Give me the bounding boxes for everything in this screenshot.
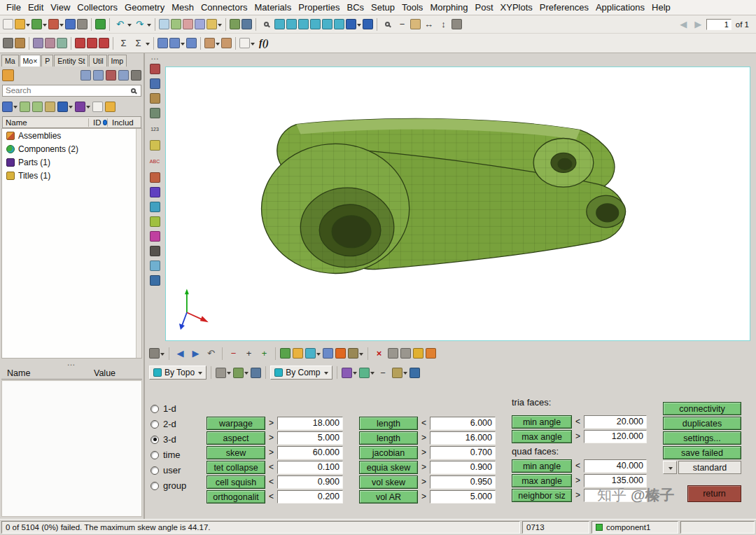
menu-item[interactable]: Preferences	[536, 0, 592, 15]
comparison-toggle[interactable]: >	[267, 446, 276, 459]
tree-item-assemblies[interactable]: Assemblies	[2, 129, 141, 142]
drag-handle-icon[interactable]: …	[150, 54, 159, 60]
comparison-toggle[interactable]: >	[573, 489, 582, 502]
panel-action-button[interactable]: save failed	[663, 446, 741, 459]
check-button[interactable]: tet collapse	[206, 461, 265, 474]
wireframe-sphere-icon[interactable]	[150, 108, 160, 118]
visualization-icon[interactable]	[150, 231, 160, 242]
comparison-toggle[interactable]: >	[267, 431, 276, 445]
chevron-down-icon[interactable]	[244, 372, 248, 377]
chevron-down-icon[interactable]	[69, 106, 73, 111]
comparison-toggle[interactable]: <	[573, 459, 582, 473]
display-mask-icon[interactable]	[150, 64, 160, 74]
print-icon[interactable]	[77, 19, 88, 29]
adjust-icon[interactable]: +	[242, 347, 255, 360]
quick-edit-icon[interactable]	[233, 368, 244, 378]
fit-horizontal-icon[interactable]: ↔	[422, 18, 435, 31]
shaded-solid-icon[interactable]	[346, 19, 356, 29]
contour-icon[interactable]	[150, 187, 160, 197]
unmask-icon[interactable]	[131, 70, 141, 81]
card-edit-icon[interactable]	[388, 348, 398, 359]
systems-entity-icon[interactable]	[335, 348, 346, 359]
filter-icon[interactable]	[2, 102, 13, 112]
chevron-down-icon[interactable]	[127, 24, 132, 29]
comparison-toggle[interactable]: <	[267, 475, 276, 489]
topo-mode-dropdown[interactable]: By Topo	[149, 366, 206, 380]
return-button[interactable]: return	[687, 485, 741, 502]
menu-item[interactable]: Geometry	[121, 0, 168, 15]
morph-icon[interactable]	[204, 38, 215, 48]
tree-item-titles[interactable]: Titles (1)	[2, 169, 141, 182]
threshold-field[interactable]: 0.700	[430, 446, 496, 459]
sum-icon[interactable]: Σ	[117, 36, 130, 50]
threshold-field[interactable]: 20.000	[584, 415, 647, 429]
organize-icon[interactable]	[400, 348, 411, 359]
view-yz-icon[interactable]	[286, 19, 297, 29]
mesh-3d-icon[interactable]	[75, 38, 85, 48]
add-icon[interactable]: +	[258, 347, 271, 360]
chevron-down-icon[interactable]	[218, 24, 222, 29]
radio-option[interactable]: 3-d	[150, 433, 186, 446]
menu-item[interactable]: Post	[472, 0, 497, 15]
menu-item[interactable]: Morphing	[426, 0, 471, 15]
comparison-toggle[interactable]: >	[573, 430, 582, 443]
chevron-down-icon[interactable]	[359, 353, 363, 358]
comparison-toggle[interactable]: <	[267, 490, 276, 503]
threshold-field[interactable]: 0.900	[277, 475, 343, 489]
sort-icon[interactable]	[45, 102, 55, 112]
surfs-entity-icon[interactable]	[305, 348, 316, 359]
check-button[interactable]: length	[359, 417, 418, 430]
element-normals-icon[interactable]	[150, 216, 160, 227]
mesh-display-icon[interactable]	[230, 19, 240, 29]
tree-header-id[interactable]: ID	[91, 118, 108, 127]
next-panel-icon[interactable]: ▶	[189, 347, 202, 360]
thickness-icon[interactable]	[392, 368, 402, 378]
threshold-field[interactable]: 5.000	[430, 490, 496, 503]
menu-item[interactable]: Help	[648, 0, 674, 15]
chevron-down-icon[interactable]	[26, 24, 30, 29]
chevron-down-icon[interactable]	[43, 24, 47, 29]
chevron-down-icon[interactable]	[403, 372, 407, 377]
browser-tab[interactable]: Util	[89, 55, 106, 67]
threshold-field[interactable]: 0.100	[277, 461, 343, 474]
notes-icon[interactable]	[239, 38, 250, 48]
check-button[interactable]: max angle	[512, 430, 572, 443]
comparison-toggle[interactable]: >	[573, 474, 582, 487]
chevron-down-icon[interactable]	[353, 372, 357, 377]
chevron-down-icon[interactable]	[181, 43, 185, 48]
model-canvas[interactable]	[166, 67, 750, 340]
menu-item[interactable]: Collectors	[74, 0, 121, 15]
isolate-icon[interactable]	[106, 70, 116, 81]
comp-mode-dropdown[interactable]: By Comp	[270, 366, 332, 380]
solid-cube-icon[interactable]	[33, 38, 43, 48]
shaded-mode-icon[interactable]	[241, 19, 252, 29]
chevron-down-icon[interactable]	[146, 43, 150, 48]
solid-cylinder-icon[interactable]	[57, 38, 67, 48]
user-panel-icon[interactable]	[426, 348, 436, 359]
entity-browser-icon[interactable]	[171, 19, 181, 29]
threshold-field[interactable]: 16.000	[430, 431, 496, 445]
spreadsheet-icon[interactable]	[186, 38, 197, 48]
check-button[interactable]: aspect	[206, 431, 265, 445]
threshold-field[interactable]: 0.950	[430, 475, 496, 489]
menu-item[interactable]: Applications	[592, 0, 648, 15]
table-icon[interactable]	[158, 38, 168, 48]
check-button[interactable]: cell squish	[206, 475, 265, 489]
delete-icon[interactable]: ×	[372, 347, 386, 360]
radio-option[interactable]: user	[150, 464, 186, 477]
panel-action-button[interactable]: settings...	[663, 431, 741, 445]
model-viewport[interactable]	[165, 67, 750, 341]
browser-tab[interactable]: P	[41, 55, 53, 67]
comparison-toggle[interactable]: >	[267, 417, 276, 430]
previous-panel-icon[interactable]: ◀	[174, 347, 187, 360]
search-icon[interactable]	[131, 88, 136, 93]
threshold-field[interactable]: 5.000	[277, 431, 343, 445]
panel-splitter[interactable]: …	[1, 359, 142, 366]
search-input[interactable]	[2, 85, 141, 97]
threshold-field[interactable]: 40.000	[584, 459, 647, 473]
previous-page-icon[interactable]: ◀	[677, 18, 690, 31]
panel-action-button[interactable]: connectivity	[663, 402, 741, 415]
abc-label-icon[interactable]: ABC	[148, 155, 162, 168]
undo-icon[interactable]: ↶	[113, 18, 127, 31]
tree-scrollbar[interactable]	[136, 129, 141, 358]
